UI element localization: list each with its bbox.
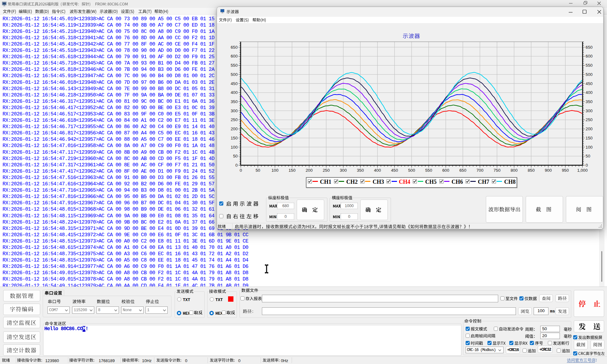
svg-text:400: 400 [585,90,592,95]
svg-text:600: 600 [231,54,238,59]
svg-text:500: 500 [408,168,415,173]
svg-text:550: 550 [231,63,238,68]
svg-text:800: 800 [511,168,517,173]
svg-text:50: 50 [585,154,590,158]
svg-text:650: 650 [585,45,592,50]
svg-text:350: 350 [585,99,592,104]
svg-text:200: 200 [231,126,238,131]
svg-text:1,000: 1,000 [577,168,588,173]
svg-text:600: 600 [585,54,592,59]
svg-text:650: 650 [231,45,238,50]
svg-text:200: 200 [306,168,313,173]
svg-text:200: 200 [585,126,592,131]
svg-text:150: 150 [288,168,295,173]
svg-text:400: 400 [231,90,238,95]
svg-text:500: 500 [231,72,238,77]
svg-text:150: 150 [231,136,238,140]
svg-text:250: 250 [323,168,330,173]
svg-text:900: 900 [545,168,552,173]
svg-text:450: 450 [391,168,398,173]
svg-text:0: 0 [585,163,588,168]
svg-text:350: 350 [357,168,364,173]
svg-text:700: 700 [476,168,483,173]
svg-text:950: 950 [562,168,569,173]
svg-text:150: 150 [585,136,592,140]
svg-text:300: 300 [231,108,238,113]
svg-text:300: 300 [585,108,592,113]
svg-text:600: 600 [442,168,449,173]
svg-text:0: 0 [240,168,242,173]
svg-text:300: 300 [340,168,347,173]
svg-text:650: 650 [459,168,466,173]
svg-text:250: 250 [585,117,592,122]
svg-text:0: 0 [235,163,238,168]
svg-text:100: 100 [585,145,592,150]
svg-text:450: 450 [231,81,238,86]
svg-text:350: 350 [231,99,238,104]
svg-text:850: 850 [528,168,535,173]
svg-text:100: 100 [271,168,278,173]
svg-text:250: 250 [231,117,238,122]
svg-text:550: 550 [585,63,592,68]
svg-text:550: 550 [425,168,432,173]
svg-text:50: 50 [256,168,260,173]
svg-text:450: 450 [585,81,592,86]
svg-text:400: 400 [374,168,381,173]
svg-text:50: 50 [233,154,238,158]
svg-text:750: 750 [493,168,500,173]
svg-text:500: 500 [585,72,592,77]
svg-text:100: 100 [231,145,238,150]
